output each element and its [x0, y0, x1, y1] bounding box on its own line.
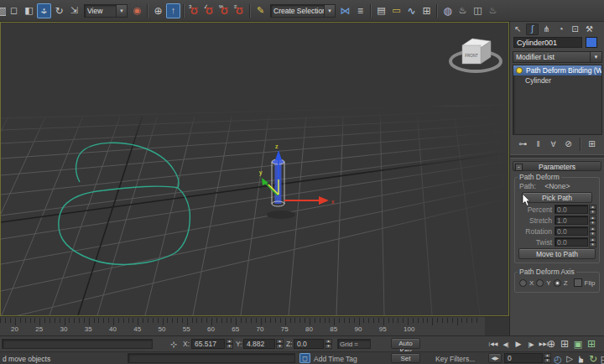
move-to-path-button[interactable]: Move to Path	[518, 248, 596, 259]
tab-create-icon[interactable]: ↖	[512, 23, 524, 35]
modifier-list-dropdown[interactable]: Modifier List ▼	[513, 51, 602, 63]
stretch-field[interactable]: 1.0	[555, 216, 588, 225]
path-spline[interactable]	[59, 143, 190, 264]
use-pivot-point-center-icon[interactable]: ◉	[130, 3, 144, 18]
chevron-down-icon[interactable]: ▼	[116, 5, 127, 17]
axis-radio-y[interactable]	[536, 279, 544, 287]
rotation-field[interactable]: 0.0	[555, 226, 588, 236]
modifier-stack[interactable]: Path Deform Binding (WSCylinder	[513, 65, 602, 135]
chevron-down-icon[interactable]: ▼	[590, 52, 601, 62]
time-configuration-icon[interactable]: ◴	[552, 353, 564, 364]
remove-modifier-icon[interactable]: ⊘	[563, 138, 575, 150]
viewcube[interactable]: FRONT	[450, 39, 501, 71]
rendered-frame-window-icon[interactable]: ◫	[471, 3, 485, 18]
frame-tick	[65, 318, 65, 325]
key-filters-button[interactable]: Key Filters...	[435, 355, 475, 363]
x-spinner[interactable]: ▲▼	[226, 339, 233, 349]
axis-radio-x[interactable]	[519, 279, 527, 287]
pan-icon[interactable]: ☛	[575, 353, 587, 364]
play-button[interactable]: ▶	[513, 338, 524, 350]
modifier-stack-item[interactable]: Cylinder	[513, 75, 601, 86]
perspective-viewport[interactable]: z y x FRONT	[0, 22, 509, 316]
frame-tick	[196, 318, 197, 323]
stretch-spinner[interactable]: ▲▼	[589, 216, 596, 226]
object-color-swatch[interactable]	[586, 37, 597, 48]
object-name-field[interactable]: Cylinder001	[513, 37, 582, 48]
select-and-scale-icon[interactable]: ⇲	[67, 3, 81, 18]
percent-field[interactable]: 0.0	[555, 205, 588, 214]
z-spinner[interactable]: ▲▼	[325, 339, 332, 349]
add-time-tag[interactable]: Add Time Tag	[314, 355, 357, 363]
rotation-spinner[interactable]: ▲▼	[589, 226, 596, 237]
tab-modify-icon[interactable]: ∫	[526, 23, 539, 35]
orbit-icon[interactable]: ↻	[587, 353, 599, 364]
go-to-start-button[interactable]: |◀◀	[487, 338, 499, 350]
tab-motion-icon[interactable]: ◔	[555, 23, 567, 35]
modifier-stack-item[interactable]: Path Deform Binding (WS	[513, 65, 601, 75]
tab-display-icon[interactable]: ⊡	[569, 23, 581, 35]
z-coord-field[interactable]: 0.0	[294, 339, 324, 349]
maximize-viewport-icon[interactable]: ◰	[599, 353, 604, 364]
align-icon[interactable]: ≡	[353, 3, 367, 18]
curve-editor-icon[interactable]: ∿	[404, 3, 419, 18]
render-setup-icon[interactable]: ♨	[456, 3, 470, 18]
absolute-mode-icon[interactable]: ⊹	[170, 340, 177, 349]
select-and-manipulate-icon[interactable]: ⊕	[151, 3, 165, 18]
chevron-down-icon[interactable]: ▼	[324, 5, 335, 17]
set-key-button[interactable]: Set Key	[391, 353, 420, 363]
zoom-all-icon[interactable]: ⊞	[559, 338, 570, 350]
rectangular-selection-region-icon[interactable]: ◻	[7, 3, 21, 18]
x-coord-field[interactable]: 65.517	[191, 339, 225, 349]
flip-checkbox[interactable]	[574, 278, 582, 287]
collapse-icon[interactable]: -	[515, 164, 523, 171]
percent-snap-icon[interactable]: %Ω	[217, 3, 232, 18]
zoom-extents-all-icon[interactable]: ⊞	[586, 338, 597, 350]
lightbulb-icon[interactable]	[516, 67, 523, 74]
key-mode-toggle[interactable]: ◀▶	[488, 353, 502, 363]
layer-manager-icon[interactable]: ▤	[374, 3, 388, 18]
pin-stack-icon[interactable]: ⊶	[518, 138, 529, 150]
previous-frame-button[interactable]: ◀|	[500, 338, 512, 350]
edit-named-selection-sets-icon[interactable]: ✎	[253, 3, 268, 18]
current-frame-field[interactable]: 0	[504, 353, 543, 363]
frame-tick	[437, 318, 438, 323]
frame-tick	[418, 318, 419, 323]
twist-field[interactable]: 0.0	[555, 237, 588, 247]
zoom-region-icon[interactable]: ▷	[564, 353, 575, 364]
configure-modifier-sets-icon[interactable]: ⊞	[586, 138, 598, 150]
axis-radio-z[interactable]	[554, 279, 561, 287]
named-selection-sets-dropdown[interactable]: Create Selection Se▼	[270, 4, 336, 18]
reference-coordinate-system-dropdown[interactable]: View▼	[84, 4, 128, 18]
mirror-icon[interactable]: ⋈	[338, 3, 352, 18]
zoom-extents-icon[interactable]: ▣	[572, 338, 584, 350]
y-coord-field[interactable]: 4.882	[243, 339, 275, 349]
scene-folder-icon[interactable]: ▭	[389, 3, 404, 18]
material-editor-icon[interactable]: ◍	[440, 3, 455, 18]
isolate-toggle-icon[interactable]: ◻	[299, 353, 310, 363]
angle-snap-icon[interactable]: ∠Ω	[202, 3, 216, 18]
show-end-result-icon[interactable]: ‖	[533, 138, 544, 150]
frame-spinner[interactable]: ▲▼	[544, 353, 551, 363]
snaps-toggle-icon[interactable]: 3Ω	[187, 3, 201, 18]
keyboard-shortcut-override-icon[interactable]: ↑	[166, 3, 180, 18]
pick-path-button[interactable]: Pick Path	[522, 192, 592, 203]
auto-key-button[interactable]: Auto Key	[391, 338, 420, 349]
twist-spinner[interactable]: ▲▼	[589, 237, 596, 247]
tab-hierarchy-icon[interactable]: ⋔	[540, 23, 553, 35]
tab-utilities-icon[interactable]: ⚒	[583, 23, 596, 35]
render-production-icon[interactable]: ♨	[486, 3, 500, 18]
spinner-snap-icon[interactable]: ≡Ω	[232, 3, 247, 18]
schematic-view-icon[interactable]: ⊞	[419, 3, 434, 18]
parameters-rollout-header[interactable]: - Parameters	[513, 161, 601, 171]
frame-tick	[39, 318, 40, 325]
window-crossing-icon[interactable]: ◧	[22, 3, 36, 18]
select-object-icon[interactable]: ▨	[0, 3, 6, 18]
select-and-move-icon[interactable]: ↔↕	[37, 3, 51, 18]
next-frame-button[interactable]: |▶	[525, 338, 537, 350]
percent-spinner[interactable]: ▲▼	[589, 205, 596, 215]
zoom-icon[interactable]: ⊕	[545, 338, 557, 350]
y-spinner[interactable]: ▲▼	[276, 339, 284, 349]
timeline-track-bar[interactable]: 20253035404550556065707580859095100	[0, 316, 485, 336]
make-unique-icon[interactable]: ∀	[548, 138, 560, 150]
select-and-rotate-icon[interactable]: ↻	[52, 3, 66, 18]
